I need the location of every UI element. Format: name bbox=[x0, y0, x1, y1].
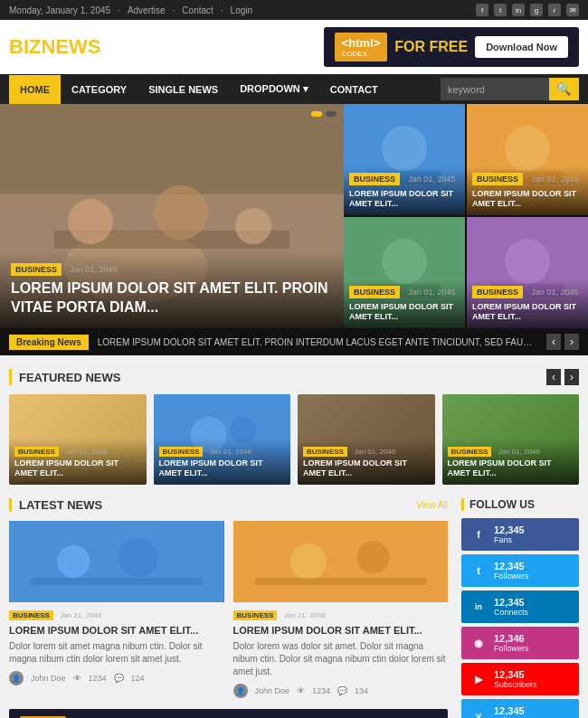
nav-dropdown[interactable]: DROPDOWN ▾ bbox=[229, 74, 319, 104]
hero-side-title-2: LOREM IPSUM DOLOR SIT AMET ELIT... bbox=[472, 189, 583, 210]
featured-tag-2: BUSINESS bbox=[159, 447, 204, 457]
featured-next-button[interactable]: › bbox=[564, 369, 579, 385]
facebook-count: 12,345 bbox=[494, 524, 525, 535]
latest-meta-1: 👤 John Doe 👁 1234 💬 124 bbox=[9, 671, 224, 685]
featured-title-1: LOREM IPSUM DOLOR SIT AMET ELIT... bbox=[14, 458, 141, 479]
breaking-nav: ‹ › bbox=[546, 334, 579, 350]
latest-title-1[interactable]: LOREM IPSUM DOLOR SIT AMET ELIT... bbox=[9, 624, 224, 637]
download-now-button[interactable]: Download Now bbox=[475, 36, 568, 58]
hero-side-item-2[interactable]: BUSINESS Jan 01, 2045 LOREM IPSUM DOLOR … bbox=[467, 104, 588, 215]
view-all-link[interactable]: View All bbox=[416, 500, 448, 510]
views-icon-2: 👁 bbox=[297, 686, 305, 695]
top-bar-sep: · bbox=[118, 5, 120, 15]
sidebar: FOLLOW US f 12,345 Fans t 12,345 Followe… bbox=[461, 498, 579, 718]
latest-title-2[interactable]: LOREM IPSUM DOLOR SIT AMET ELIT... bbox=[233, 624, 449, 637]
follow-title: FOLLOW US bbox=[461, 498, 579, 511]
ad-strip[interactable]: <html>CODEX FOR FREE Download Now bbox=[9, 709, 448, 718]
hero-side-tag-1: BUSINESS bbox=[349, 173, 400, 185]
latest-date-2: Jan 21, 2046 bbox=[284, 611, 326, 619]
search-input[interactable] bbox=[441, 78, 549, 100]
logo: BIZNEWS bbox=[9, 35, 100, 59]
views-2: 1234 bbox=[312, 686, 330, 695]
hero-main[interactable]: BUSINESS Jan 01, 2045 LOREM IPSUM DOLOR … bbox=[0, 104, 344, 328]
featured-title-4: LOREM IPSUM DOLOR SIT AMET ELIT... bbox=[448, 458, 574, 479]
featured-date-1: Jan 01, 2046 bbox=[65, 448, 107, 456]
svg-point-28 bbox=[356, 542, 389, 574]
latest-excerpt-1: Dolor lorem sit amet magna nibum ctin. D… bbox=[9, 640, 224, 666]
svg-point-23 bbox=[57, 545, 90, 578]
nav-category[interactable]: CATEGORY bbox=[61, 75, 138, 104]
latest-tag-2: BUSINESS bbox=[233, 610, 278, 620]
svg-point-27 bbox=[290, 543, 327, 580]
facebook-icon: f bbox=[470, 526, 487, 543]
hero-side-item-3[interactable]: BUSINESS Jan 01, 2045 LOREM IPSUM DOLOR … bbox=[344, 217, 465, 328]
linkedin-follow-button[interactable]: in 12,345 Connects bbox=[461, 590, 579, 623]
logo-suffix: NEWS bbox=[41, 35, 100, 58]
nav-home[interactable]: HOME bbox=[9, 75, 61, 104]
breaking-next-button[interactable]: › bbox=[564, 334, 579, 350]
facebook-topbar-icon[interactable]: f bbox=[476, 4, 488, 16]
featured-title-2: LOREM IPSUM DOLOR SIT AMET ELIT... bbox=[159, 458, 286, 479]
linkedin-topbar-icon[interactable]: in bbox=[512, 4, 525, 16]
comments-icon-2: 💬 bbox=[337, 686, 347, 695]
html-badge-text: <html> bbox=[342, 36, 381, 50]
featured-overlay-2: BUSINESS Jan 01, 2046 LOREM IPSUM DOLOR … bbox=[154, 439, 291, 485]
hero-side-item-1[interactable]: BUSINESS Jan 01, 2045 LOREM IPSUM DOLOR … bbox=[344, 104, 465, 215]
dot-1 bbox=[311, 111, 322, 117]
advertise-link[interactable]: Advertise bbox=[128, 5, 166, 15]
email-topbar-icon[interactable]: ✉ bbox=[566, 4, 579, 16]
youtube-follow-button[interactable]: ▶ 12,345 Subscribers bbox=[461, 663, 579, 695]
latest-tag-date-1: BUSINESS Jan 21, 2046 bbox=[9, 608, 224, 620]
hero-side-title-3: LOREM IPSUM DOLOR SIT AMET ELIT... bbox=[349, 302, 460, 323]
comments-icon-1: 💬 bbox=[114, 674, 124, 683]
featured-item-4[interactable]: BUSINESS Jan 01, 2046 LOREM IPSUM DOLOR … bbox=[442, 394, 580, 485]
linkedin-label: Connects bbox=[494, 608, 528, 617]
latest-svg-2 bbox=[233, 521, 449, 602]
featured-overlay-3: BUSINESS Jan 01, 2046 LOREM IPSUM DOLOR … bbox=[298, 439, 435, 485]
latest-svg-1 bbox=[9, 521, 224, 602]
hero-side-date-3: Jan 01, 2045 bbox=[408, 288, 455, 297]
hero-side-item-4[interactable]: BUSINESS Jan 01, 2045 LOREM IPSUM DOLOR … bbox=[467, 217, 588, 328]
latest-title: LATEST NEWS bbox=[19, 498, 102, 512]
views-1: 1234 bbox=[89, 674, 107, 683]
login-link[interactable]: Login bbox=[231, 5, 252, 15]
header: BIZNEWS <html> CODEX FOR FREE Download N… bbox=[0, 20, 588, 74]
comments-1: 124 bbox=[131, 674, 145, 683]
twitter-follow-button[interactable]: t 12,345 Followers bbox=[461, 554, 579, 587]
latest-excerpt-2: Dolor lorem was dolor sit amet. Dolor si… bbox=[233, 640, 449, 678]
author-icon-2: 👤 bbox=[233, 684, 248, 698]
latest-item-2[interactable]: BUSINESS Jan 21, 2046 LOREM IPSUM DOLOR … bbox=[233, 521, 449, 698]
instagram-follow-button[interactable]: ◉ 12,346 Followers bbox=[461, 627, 579, 659]
nav-contact[interactable]: CONTACT bbox=[319, 75, 389, 104]
svg-point-4 bbox=[68, 199, 113, 244]
header-ad-banner[interactable]: <html> CODEX FOR FREE Download Now bbox=[324, 27, 579, 67]
facebook-follow-button[interactable]: f 12,345 Fans bbox=[461, 518, 579, 551]
hero-tag: BUSINESS bbox=[11, 263, 62, 276]
youtube-count: 12,345 bbox=[494, 669, 537, 680]
featured-item-2[interactable]: BUSINESS Jan 01, 2046 LOREM IPSUM DOLOR … bbox=[154, 394, 291, 485]
svg-rect-22 bbox=[9, 521, 224, 602]
breaking-prev-button[interactable]: ‹ bbox=[546, 334, 561, 350]
gplus-topbar-icon[interactable]: g bbox=[530, 4, 543, 16]
featured-overlay-4: BUSINESS Jan 01, 2046 LOREM IPSUM DOLOR … bbox=[442, 439, 580, 485]
follow-section: FOLLOW US f 12,345 Fans t 12,345 Followe… bbox=[461, 498, 579, 718]
contact-link[interactable]: Contact bbox=[182, 5, 213, 15]
svg-point-24 bbox=[119, 538, 158, 578]
facebook-label: Fans bbox=[494, 535, 525, 544]
latest-meta-2: 👤 John Doe 👁 1234 💬 134 bbox=[233, 684, 449, 698]
hero-side-title-1: LOREM IPSUM DOLOR SIT AMET ELIT... bbox=[349, 189, 460, 210]
vimeo-follow-button[interactable]: v 12,345 Followers bbox=[461, 699, 579, 718]
search-button[interactable]: 🔍 bbox=[549, 78, 579, 100]
hero-side-tag-2: BUSINESS bbox=[472, 173, 523, 185]
hero-side-date-1: Jan 01, 2045 bbox=[408, 175, 455, 184]
featured-item-3[interactable]: BUSINESS Jan 01, 2046 LOREM IPSUM DOLOR … bbox=[298, 394, 435, 485]
featured-item-1[interactable]: BUSINESS Jan 01, 2046 LOREM IPSUM DOLOR … bbox=[9, 394, 147, 485]
nav-single-news[interactable]: SINGLE NEWS bbox=[138, 75, 229, 104]
hero-overlay: BUSINESS Jan 01, 2045 LOREM IPSUM DOLOR … bbox=[0, 251, 344, 328]
top-bar-socials: f t in g r ✉ bbox=[476, 4, 579, 16]
hero-title[interactable]: LOREM IPSUM DOLOR SIT AMET ELIT. PROIN V… bbox=[11, 279, 333, 317]
featured-prev-button[interactable]: ‹ bbox=[546, 369, 561, 385]
rss-topbar-icon[interactable]: r bbox=[548, 4, 561, 16]
latest-item-1[interactable]: BUSINESS Jan 21, 2046 LOREM IPSUM DOLOR … bbox=[9, 521, 224, 698]
twitter-topbar-icon[interactable]: t bbox=[494, 4, 507, 16]
